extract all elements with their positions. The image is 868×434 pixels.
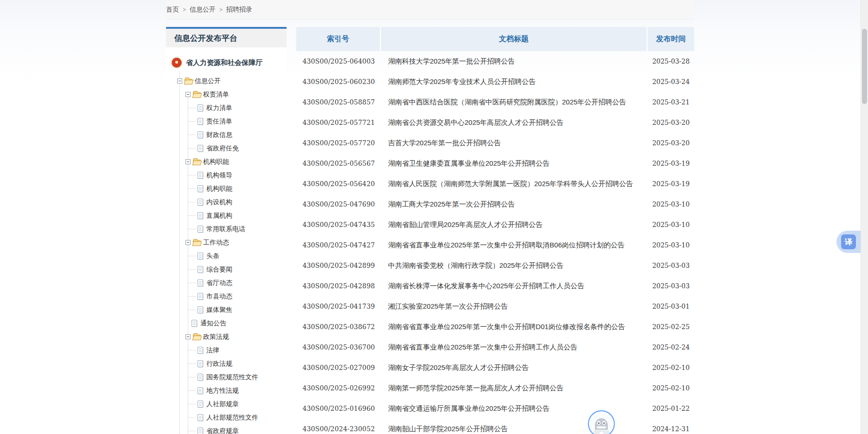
publish-date: 2025-03-24: [648, 78, 694, 85]
sidebar-tree-item[interactable]: 机构职能: [166, 155, 287, 168]
sidebar-tree-item[interactable]: 财政信息: [166, 128, 287, 142]
node-icon: [198, 145, 203, 152]
node-icon: [191, 320, 197, 327]
document-link[interactable]: 湖南省公共资源交易中心2025年高层次人才公开招聘公告: [381, 118, 648, 127]
sidebar-tree-item[interactable]: 机构职能: [166, 182, 287, 195]
table-row: 430S00/2024-230052 湖南韶山干部学院2025年公开招聘公告 2…: [296, 419, 694, 434]
table-row: 430S00/2025-057721 湖南省公共资源交易中心2025年高层次人才…: [296, 112, 694, 133]
publish-date: 2025-03-03: [648, 262, 694, 269]
document-link[interactable]: 湖南省人民医院（湖南师范大学附属第一医院）2025年学科带头人公开招聘公告: [381, 180, 648, 188]
column-header-index: 索引号: [296, 27, 380, 51]
sidebar-title: 信息公开发布平台: [166, 29, 287, 47]
publish-date: 2024-12-31: [648, 425, 694, 433]
index-number: 430S00/2025-036700: [296, 343, 381, 351]
publish-date: 2025-02-10: [648, 384, 694, 392]
document-link[interactable]: 湖南省省直事业单位2025年第一次集中公开招聘D01岗位修改报名条件的公告: [381, 323, 648, 331]
tree-item-label: 省政府任免: [206, 144, 239, 153]
index-number: 430S00/2025-026992: [296, 384, 381, 392]
sidebar-tree-item[interactable]: 人社部规范性文件: [166, 411, 287, 424]
sidebar-tree-item[interactable]: 通知公告: [166, 317, 287, 330]
document-link[interactable]: 湖南省省直事业单位2025年第一次集中公开招聘取消B06岗位招聘计划的公告: [381, 241, 648, 250]
document-link[interactable]: 湖南省韶山管理局2025年高层次人才公开招聘公告: [381, 220, 648, 229]
sidebar-tree-item[interactable]: 国务院规范性文件: [166, 370, 287, 384]
sidebar-tree-item[interactable]: 直属机构: [166, 209, 287, 222]
tree-item-label: 行政法规: [206, 360, 232, 368]
tree-item-label: 人社部规范性文件: [206, 414, 258, 422]
collapse-toggle-icon[interactable]: [177, 78, 182, 84]
table-row: 430S00/2025-042898 湖南省长株潭一体化发展事务中心2025年公…: [296, 276, 694, 296]
sidebar-tree-item[interactable]: 工作动态: [166, 236, 287, 249]
index-number: 430S00/2025-016960: [296, 405, 381, 412]
tree-items: 信息公开 权责清单 权力清单 责任清单: [166, 74, 287, 434]
sidebar-tree-item[interactable]: 内设机构: [166, 195, 287, 209]
index-number: 430S00/2025-027009: [296, 364, 381, 371]
table-row: 430S00/2025-060230 湖南师范大学2025年专业技术人员公开招聘…: [296, 71, 694, 92]
national-emblem-icon: [172, 58, 182, 68]
collapse-toggle-icon[interactable]: [185, 334, 191, 339]
document-link[interactable]: 湖南省长株潭一体化发展事务中心2025年公开招聘工作人员公告: [381, 282, 648, 291]
document-link[interactable]: 湘江实验室2025年第一次公开招聘公告: [381, 302, 648, 311]
sidebar-tree-item[interactable]: 权力清单: [166, 101, 287, 115]
translate-widget[interactable]: 译: [836, 231, 861, 253]
sidebar-tree-item[interactable]: 常用联系电话: [166, 222, 287, 236]
document-link[interactable]: 湖南师范大学2025年专业技术人员公开招聘公告: [381, 78, 648, 86]
document-link[interactable]: 湖南省中西医结合医院（湖南省中医药研究院附属医院）2025年公开招聘公告: [381, 98, 648, 107]
table-row: 430S00/2025-026992 湖南第一师范学院2025年第一批高层次人才…: [296, 378, 694, 398]
scrollbar-track[interactable]: [861, 0, 868, 434]
document-link[interactable]: 湖南科技大学2025年第一批公开招聘公告: [381, 57, 648, 66]
department-root[interactable]: 省人力资源和社会保障厅: [166, 58, 287, 68]
publish-date: 2025-01-22: [648, 405, 694, 412]
sidebar-tree-item[interactable]: 行政法规: [166, 357, 287, 370]
tree-item-label: 内设机构: [206, 198, 232, 207]
document-link[interactable]: 湖南女子学院2025年高层次人才公开招聘公告: [381, 363, 648, 372]
sidebar-tree-item[interactable]: 责任清单: [166, 115, 287, 128]
node-icon: [193, 240, 201, 246]
translate-button[interactable]: 译: [841, 234, 856, 249]
sidebar-tree-item[interactable]: 头条: [166, 249, 287, 263]
collapse-toggle-icon[interactable]: [185, 92, 191, 97]
sidebar-tree-item[interactable]: 人社部规章: [166, 397, 287, 411]
document-link[interactable]: 湖南省省直事业单位2025年第一次集中公开招聘工作人员公告: [381, 343, 648, 352]
sidebar-tree-item[interactable]: 省政府任免: [166, 142, 287, 155]
breadcrumb-item[interactable]: 信息公开: [190, 6, 216, 14]
sidebar-tree-item[interactable]: 权责清单: [166, 88, 287, 101]
robot-icon: [589, 411, 614, 434]
sidebar-tree-item[interactable]: 市县动态: [166, 290, 287, 303]
collapse-toggle-icon[interactable]: [185, 240, 191, 245]
document-link[interactable]: 中共湖南省委党校（湖南行政学院）2025年公开招聘公告: [381, 261, 648, 270]
sidebar-tree-item[interactable]: 媒体聚焦: [166, 303, 287, 317]
chatbot-button[interactable]: [588, 410, 615, 434]
node-icon: [198, 293, 203, 300]
document-link[interactable]: 湖南工商大学2025年第一次公开招聘公告: [381, 200, 648, 209]
sidebar-tree-item[interactable]: 省厅动态: [166, 276, 287, 290]
tree-item-label: 权力清单: [206, 104, 232, 112]
tree-item-label: 省政府规章: [206, 427, 239, 434]
sidebar-tree-item[interactable]: 法律: [166, 343, 287, 357]
sidebar-tree-item[interactable]: 省政府规章: [166, 424, 287, 434]
tree-item-label: 机构职能: [203, 158, 229, 166]
table-row: 430S00/2025-064003 湖南科技大学2025年第一批公开招聘公告 …: [296, 51, 694, 71]
node-icon: [198, 428, 203, 434]
column-header-date: 发布时间: [648, 27, 694, 51]
document-link[interactable]: 湖南省卫生健康委直属事业单位2025年公开招聘公告: [381, 159, 648, 168]
document-link[interactable]: 吉首大学2025年第一批公开招聘公告: [381, 139, 648, 148]
scrollbar-thumb[interactable]: [862, 29, 867, 104]
collapse-toggle-icon[interactable]: [185, 159, 191, 164]
tree-item-label: 头条: [206, 252, 219, 260]
sidebar-tree-item[interactable]: 综合要闻: [166, 263, 287, 276]
sidebar-tree-item[interactable]: 机构领导: [166, 168, 287, 182]
sidebar-tree-item[interactable]: 信息公开: [166, 74, 287, 88]
sidebar-tree-item[interactable]: 政策法规: [166, 330, 287, 343]
table-header: 索引号 文档标题 发布时间: [296, 27, 694, 51]
document-link[interactable]: 湖南第一师范学院2025年第一批高层次人才公开招聘公告: [381, 384, 648, 393]
node-icon: [198, 199, 203, 206]
tree-item-label: 机构领导: [206, 171, 232, 180]
tree-item-label: 政策法规: [203, 333, 229, 341]
column-header-title: 文档标题: [381, 27, 646, 51]
tree-item-label: 信息公开: [195, 77, 221, 85]
breadcrumb-item[interactable]: 首页: [166, 6, 179, 14]
table-row: 430S00/2025-042899 中共湖南省委党校（湖南行政学院）2025年…: [296, 255, 694, 276]
tree-item-label: 人社部规章: [206, 400, 239, 408]
index-number: 430S00/2024-230052: [296, 425, 381, 433]
sidebar-tree-item[interactable]: 地方性法规: [166, 384, 287, 397]
